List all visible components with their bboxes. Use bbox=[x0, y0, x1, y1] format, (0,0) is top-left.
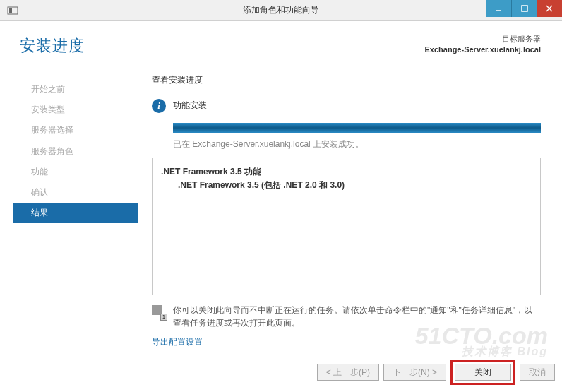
next-button: 下一步(N) > bbox=[383, 364, 446, 381]
right-pane: 目标服务器 Exchange-Server.xuelankj.local 查看安… bbox=[138, 21, 562, 360]
previous-button: < 上一步(P) bbox=[317, 364, 379, 381]
info-icon: i bbox=[152, 99, 166, 113]
app-icon bbox=[4, 2, 21, 19]
wizard-step: 服务器角色 bbox=[13, 141, 138, 162]
left-pane: 安装进度 开始之前安装类型服务器选择服务器角色功能确认结果 bbox=[0, 21, 138, 360]
status-text: 功能安装 bbox=[173, 100, 207, 112]
maximize-button[interactable] bbox=[511, 0, 537, 17]
wizard-step: 结果 bbox=[13, 203, 138, 223]
export-config-link[interactable]: 导出配置设置 bbox=[152, 336, 203, 348]
titlebar: 添加角色和功能向导 bbox=[0, 0, 562, 21]
progress-bar bbox=[173, 123, 541, 133]
svg-rect-1 bbox=[9, 8, 12, 13]
destination-server: 目标服务器 Exchange-Server.xuelankj.local bbox=[152, 34, 541, 56]
wizard-steps: 开始之前安装类型服务器选择服务器角色功能确认结果 bbox=[13, 79, 138, 223]
dest-label: 目标服务器 bbox=[152, 34, 541, 44]
wizard-step: 安装类型 bbox=[13, 100, 138, 120]
notification-badge: 1 bbox=[160, 314, 167, 321]
wizard-step: 功能 bbox=[13, 162, 138, 182]
note-row: 1 你可以关闭此向导而不中断正在运行的任务。请依次单击命令栏中的"通知"和"任务… bbox=[152, 304, 541, 329]
feature-item: .NET Framework 3.5 (包括 .NET 2.0 和 3.0) bbox=[161, 179, 532, 192]
cancel-button: 取消 bbox=[520, 364, 555, 381]
close-button[interactable]: 关闭 bbox=[455, 364, 511, 381]
wizard-step: 开始之前 bbox=[13, 79, 138, 100]
feature-group: .NET Framework 3.5 功能 bbox=[161, 165, 532, 179]
page-title: 安装进度 bbox=[20, 35, 138, 57]
close-button-highlight: 关闭 bbox=[450, 360, 515, 385]
wizard-buttons: < 上一步(P) 下一步(N) > 关闭 取消 bbox=[317, 360, 555, 385]
progress-section-label: 查看安装进度 bbox=[152, 74, 541, 86]
note-text: 你可以关闭此向导而不中断正在运行的任务。请依次单击命令栏中的"通知"和"任务详细… bbox=[173, 304, 541, 329]
window-title: 添加角色和功能向导 bbox=[243, 4, 319, 16]
wizard-step: 服务器选择 bbox=[13, 120, 138, 141]
wizard-step: 确认 bbox=[13, 182, 138, 203]
minimize-button[interactable] bbox=[486, 0, 511, 17]
dest-server-name: Exchange-Server.xuelankj.local bbox=[152, 44, 541, 55]
svg-rect-3 bbox=[522, 6, 527, 11]
install-message: 已在 Exchange-Server.xuelankj.local 上安装成功。 bbox=[173, 138, 541, 150]
flag-icon: 1 bbox=[152, 305, 166, 319]
wizard-content: 安装进度 开始之前安装类型服务器选择服务器角色功能确认结果 目标服务器 Exch… bbox=[0, 21, 562, 360]
status-row: i 功能安装 bbox=[152, 99, 541, 113]
window-controls bbox=[486, 0, 562, 17]
install-details[interactable]: .NET Framework 3.5 功能 .NET Framework 3.5… bbox=[152, 158, 541, 295]
window-close-button[interactable] bbox=[537, 0, 562, 17]
